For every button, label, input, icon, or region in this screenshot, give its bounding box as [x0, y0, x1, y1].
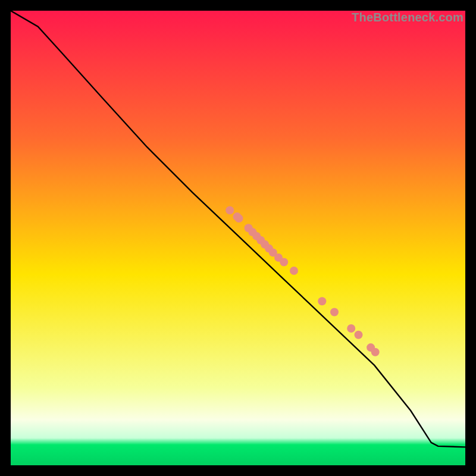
- watermark-text: TheBottleneck.com: [352, 11, 464, 24]
- chart-svg: [11, 11, 465, 465]
- gradient-background: [11, 11, 465, 465]
- data-point: [226, 206, 234, 214]
- data-point: [371, 348, 380, 356]
- data-point: [355, 331, 363, 339]
- data-point: [318, 297, 326, 305]
- data-point: [235, 214, 243, 223]
- plot-area: TheBottleneck.com: [11, 11, 465, 465]
- data-point: [290, 267, 298, 275]
- data-point: [280, 258, 288, 267]
- data-point: [330, 308, 339, 317]
- data-point: [347, 324, 355, 333]
- chart-frame: TheBottleneck.com: [11, 11, 465, 465]
